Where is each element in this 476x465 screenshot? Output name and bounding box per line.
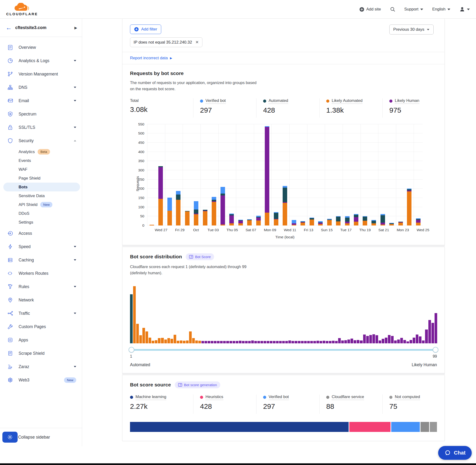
sidebar-item-scrape-shield[interactable]: Scrape Shield [0,347,82,360]
source-segment-verified-bot[interactable] [391,422,420,432]
hist-bar-score-52[interactable] [288,340,291,343]
sidebar-item-zaraz[interactable]: Zaraz [0,360,82,373]
search-button[interactable] [390,7,395,12]
sidebar-item-network[interactable]: Network [0,293,82,307]
stacked-bar-27[interactable] [389,223,394,225]
hist-bar-score-16[interactable] [177,341,179,343]
hist-bar-score-6[interactable] [146,331,148,343]
hist-bar-score-67[interactable] [335,341,338,343]
hist-bar-score-98[interactable] [432,323,434,343]
stacked-bar-12[interactable] [256,216,261,225]
stacked-bar-5[interactable] [194,201,198,225]
hist-bar-score-62[interactable] [319,341,322,343]
hist-bar-score-70[interactable] [344,340,347,343]
hist-bar-score-69[interactable] [341,340,344,343]
hist-bar-score-75[interactable] [360,340,362,343]
hist-bar-score-10[interactable] [158,338,160,343]
hist-bar-score-36[interactable] [239,341,242,343]
hist-bar-score-21[interactable] [192,338,195,343]
hist-bar-score-22[interactable] [195,340,198,343]
hist-bar-score-84[interactable] [388,335,391,343]
site-switcher[interactable]: ← cftestsite3.com ▶ [0,19,82,37]
hist-bar-score-77[interactable] [366,336,369,343]
close-icon[interactable]: ✕ [195,40,199,45]
stacked-bar-18[interactable] [309,218,314,225]
sidebar-subitem-ddos[interactable]: DDoS [0,209,82,218]
source-segment-heuristics[interactable] [349,422,391,432]
hist-bar-score-58[interactable] [307,341,310,343]
hist-bar-score-14[interactable] [170,339,173,343]
stacked-bar-23[interactable] [354,214,358,225]
source-segment-not-computed[interactable] [430,422,437,432]
hist-bar-score-33[interactable] [230,341,232,343]
hist-bar-score-42[interactable] [257,341,260,343]
hist-bar-score-57[interactable] [304,341,307,343]
sidebar-item-email[interactable]: Email [0,94,82,107]
hist-bar-score-59[interactable] [310,341,313,343]
account-menu[interactable] [459,6,470,12]
collapse-sidebar-button[interactable]: Collapse sidebar [18,435,50,440]
sidebar-item-web3[interactable]: Web3New [0,373,82,387]
stacked-bar-1[interactable] [158,166,163,225]
sidebar-item-workers-routes[interactable]: Workers Routes [0,267,82,280]
stacked-bar-21[interactable] [336,216,340,225]
hist-bar-score-46[interactable] [270,341,272,343]
stacked-bar-3[interactable] [176,191,180,225]
stacked-bar-9[interactable] [229,213,234,225]
hist-bar-score-28[interactable] [214,341,216,343]
hist-bar-score-95[interactable] [422,340,424,343]
hist-bar-score-99[interactable] [434,313,437,343]
sidebar-item-apps[interactable]: Apps [0,333,82,347]
hist-bar-score-89[interactable] [403,340,406,343]
hist-bar-score-13[interactable] [167,338,170,343]
hist-bar-score-49[interactable] [279,341,282,343]
hist-bar-score-78[interactable] [369,335,372,343]
hist-bar-score-1[interactable] [130,294,133,343]
hist-bar-score-19[interactable] [186,340,189,343]
sidebar-item-rules[interactable]: Rules [0,280,82,293]
hist-bar-score-73[interactable] [354,340,356,343]
hist-bar-score-43[interactable] [261,341,263,343]
sidebar-subitem-analytics[interactable]: AnalyticsBeta [0,147,82,156]
stacked-bar-26[interactable] [381,214,385,225]
add-site-button[interactable]: Add site [359,7,381,12]
stacked-bar-10[interactable] [238,220,243,225]
hist-bar-score-9[interactable] [155,340,157,343]
hist-bar-score-97[interactable] [428,320,431,343]
hist-bar-score-88[interactable] [400,338,403,343]
sidebar-subitem-settings[interactable]: Settings [0,218,82,227]
hist-bar-score-47[interactable] [273,341,275,343]
bot-score-badge[interactable]: Bot Score [186,253,214,260]
hist-bar-score-85[interactable] [391,336,394,343]
date-range-select[interactable]: Previous 30 days [389,24,434,34]
hist-bar-score-26[interactable] [208,341,210,343]
hist-bar-score-4[interactable] [139,335,142,343]
hist-bar-score-71[interactable] [348,339,350,343]
settings-gear-button[interactable] [2,432,18,443]
stacked-bar-20[interactable] [327,219,332,225]
sidebar-item-traffic[interactable]: Traffic [0,307,82,320]
stacked-bar-6[interactable] [203,210,207,225]
hist-bar-score-20[interactable] [189,331,192,343]
hist-bar-score-3[interactable] [136,324,139,343]
sidebar-item-custom-pages[interactable]: Custom Pages [0,320,82,333]
hist-bar-score-86[interactable] [394,340,397,343]
hist-bar-score-32[interactable] [226,341,229,343]
back-arrow-icon[interactable]: ← [6,24,15,32]
sidebar-subitem-events[interactable]: Events [0,156,82,165]
chat-button[interactable]: Chat [438,446,472,460]
stacked-bar-16[interactable] [292,220,296,225]
stacked-bar-28[interactable] [398,222,403,225]
source-segment-cloudflare-service[interactable] [421,422,429,432]
stacked-bar-24[interactable] [363,216,367,225]
hist-bar-score-11[interactable] [161,338,164,343]
sidebar-item-spectrum[interactable]: Spectrum [0,107,82,121]
stacked-bar-22[interactable] [345,216,349,225]
chevron-right-icon[interactable]: ▶ [74,26,77,30]
slider-track[interactable] [130,349,437,351]
sidebar-subitem-sensitive-data[interactable]: Sensitive Data [0,191,82,200]
stacked-bar-2[interactable] [167,198,172,225]
hist-bar-score-74[interactable] [357,340,359,343]
hist-bar-score-90[interactable] [406,341,409,343]
sidebar-item-caching[interactable]: Caching [0,253,82,267]
